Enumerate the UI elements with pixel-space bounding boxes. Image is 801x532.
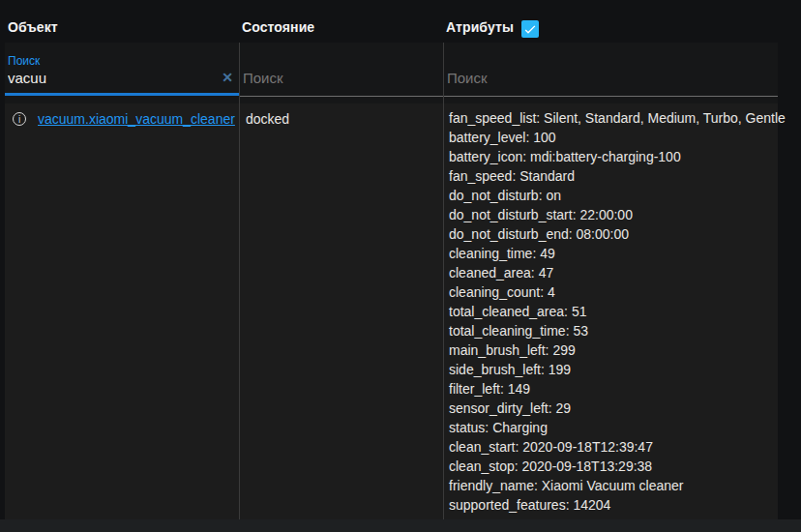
attribute-line: cleaned_area: 47 xyxy=(449,263,772,282)
attribute-line: status: Charging xyxy=(449,418,772,437)
attribute-line: total_cleaning_time: 53 xyxy=(449,321,772,340)
attributes-search-underline xyxy=(444,96,778,97)
checkmark-icon xyxy=(522,21,538,37)
info-icon[interactable]: i xyxy=(13,112,26,126)
attribute-line: clean_start: 2020-09-18T12:39:47 xyxy=(449,437,772,457)
attribute-line: cleaning_count: 4 xyxy=(449,282,772,302)
state-search-input[interactable] xyxy=(243,70,419,86)
column-header-attributes-label: Атрибуты xyxy=(446,19,514,35)
attributes-cell: fan_speed_list: Silent, Standard, Medium… xyxy=(443,103,778,519)
attribute-line: total_cleaned_area: 51 xyxy=(449,302,772,321)
entity-link[interactable]: vacuum.xiaomi_vacuum_cleaner xyxy=(38,111,235,127)
column-header-state: Состояние xyxy=(239,0,443,43)
column-header-entity: Объект xyxy=(5,0,239,43)
attribute-line: cleaning_time: 49 xyxy=(449,244,772,263)
entity-search-label: Поиск xyxy=(8,54,40,68)
entity-search-underline xyxy=(5,93,239,96)
attribute-line: do_not_disturb: on xyxy=(449,186,772,205)
attributes-search-input[interactable] xyxy=(447,70,754,86)
table-header-row: Объект Состояние Атрибуты xyxy=(5,0,778,43)
entity-search-input[interactable] xyxy=(8,70,215,86)
table-bottom-strip xyxy=(0,519,801,532)
attribute-line: supported_features: 14204 xyxy=(449,495,772,515)
attribute-line: side_brush_left: 199 xyxy=(449,360,772,379)
attribute-line: do_not_disturb_start: 22:00:00 xyxy=(449,205,772,224)
table-row: i vacuum.xiaomi_vacuum_cleaner docked fa… xyxy=(5,103,778,519)
attribute-line: fan_speed_list: Silent, Standard, Medium… xyxy=(449,108,772,128)
attribute-line: main_brush_left: 299 xyxy=(449,340,772,360)
attribute-line: battery_level: 100 xyxy=(449,128,772,147)
dev-tools-states-page: Объект Состояние Атрибуты Поиск ✕ xyxy=(0,0,801,532)
attribute-line: friendly_name: Xiaomi Vacuum cleaner xyxy=(449,476,772,495)
attribute-line: filter_left: 149 xyxy=(449,379,772,399)
entity-cell: i vacuum.xiaomi_vacuum_cleaner xyxy=(5,103,239,519)
attribute-line: do_not_disturb_end: 08:00:00 xyxy=(449,224,772,244)
column-header-state-label: Состояние xyxy=(242,19,314,35)
clear-search-icon[interactable]: ✕ xyxy=(222,71,233,84)
attribute-line: sensor_dirty_left: 29 xyxy=(449,399,772,418)
attributes-filter-cell xyxy=(443,43,778,103)
attribute-line: fan_speed: Standard xyxy=(449,166,772,186)
state-value: docked xyxy=(246,111,289,127)
states-table: Объект Состояние Атрибуты Поиск ✕ xyxy=(5,0,778,519)
state-search-underline xyxy=(240,96,443,97)
attributes-visibility-checkbox[interactable] xyxy=(521,20,539,38)
entity-filter-cell: Поиск ✕ xyxy=(5,43,239,103)
attribute-line: clean_stop: 2020-09-18T13:29:38 xyxy=(449,457,772,476)
state-filter-cell xyxy=(239,43,443,103)
filter-row: Поиск ✕ xyxy=(5,43,778,103)
column-header-entity-label: Объект xyxy=(8,19,58,35)
attribute-line: battery_icon: mdi:battery-charging-100 xyxy=(449,147,772,166)
column-header-attributes: Атрибуты xyxy=(443,0,778,43)
state-cell: docked xyxy=(239,103,443,519)
